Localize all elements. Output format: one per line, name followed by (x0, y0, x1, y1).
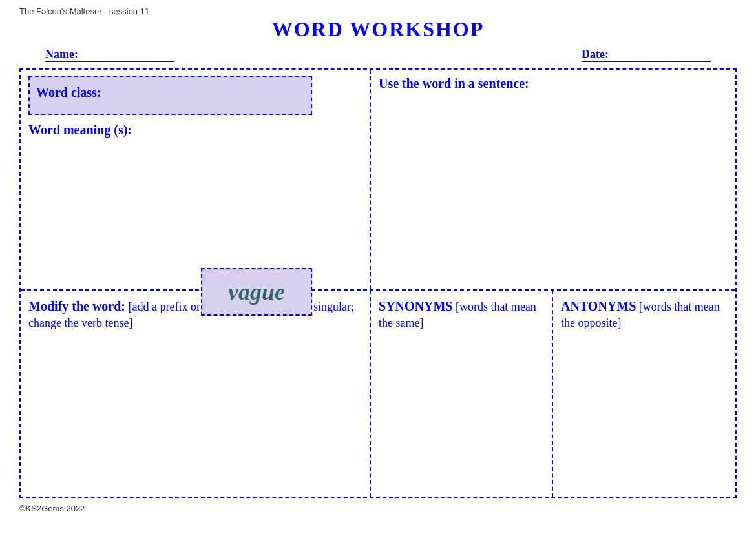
bottom-right-panel: ANTONYMS [words that mean the opposite] (553, 291, 735, 497)
bottom-left-panel: Modify the word: [add a prefix or a suff… (21, 291, 371, 497)
top-section: Word class: Word meaning (s): Use the wo… (21, 70, 735, 291)
left-panel: Word class: Word meaning (s): (21, 70, 371, 289)
name-label: Name: (45, 48, 174, 62)
session-label: The Falcon's Malteser - session 11 (19, 6, 149, 16)
bottom-middle-panel: SYNONYMS [words that mean the same] (371, 291, 553, 497)
word-class-box: Word class: (28, 76, 312, 115)
word-meaning-label: Word meaning (s): (28, 123, 362, 138)
bottom-section: Modify the word: [add a prefix or a suff… (21, 291, 735, 497)
antonyms-label: ANTONYMS [words that mean the opposite] (561, 297, 728, 331)
right-panel: Use the word in a sentence: (371, 70, 735, 289)
synonyms-label: SYNONYMS [words that mean the same] (379, 297, 544, 331)
word-class-label: Word class: (36, 85, 101, 99)
synonyms-bold: SYNONYMS (379, 299, 452, 313)
antonyms-bold: ANTONYMS (561, 299, 636, 313)
use-sentence-label: Use the word in a sentence: (379, 76, 728, 91)
worksheet: Word class: Word meaning (s): Use the wo… (19, 68, 737, 498)
modify-bold: Modify the word: (28, 299, 125, 313)
footer: ©KS2Gems 2022 (19, 504, 737, 513)
date-label: Date: (582, 48, 711, 62)
center-word-box: vague (201, 268, 312, 316)
page-title: WORD WORKSHOP (19, 17, 737, 41)
